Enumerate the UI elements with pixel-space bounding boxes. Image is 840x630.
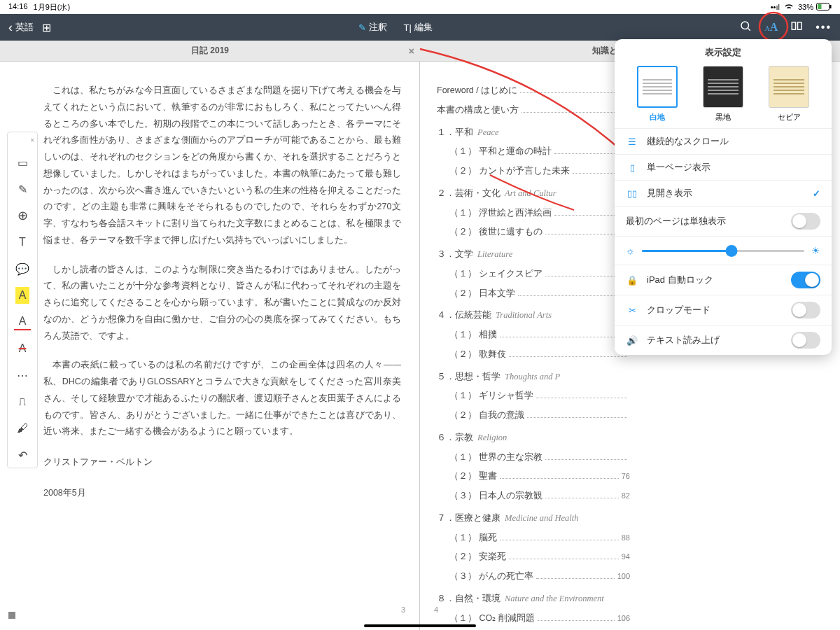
toc-entry: （１） 脳死88 <box>437 530 630 547</box>
theme-white[interactable]: 白地 <box>637 66 678 122</box>
undo-icon[interactable]: ↶ <box>14 447 31 463</box>
toggle-crop[interactable] <box>791 302 820 318</box>
font-size-icon[interactable]: AA <box>764 21 778 34</box>
row-first-alone[interactable]: 最初のページは単独表示 <box>615 206 832 236</box>
left-page: これは、私たちがみな今日直面しているさまざまな問題を掘り下げて考える機会を与えて… <box>0 62 420 630</box>
lock-icon: 🔒 <box>626 274 638 286</box>
toc-chapter: ６．宗教Religion <box>437 430 630 447</box>
tab-label: 日記 2019 <box>191 45 229 57</box>
display-settings-popover: 表示設定 白地 黒地 セピア ☰ 継続的なスクロール ▯ 単一ページ表示 ▯▯ … <box>615 39 832 355</box>
row-crop[interactable]: ✂ クロップモード <box>615 295 832 325</box>
stamp-icon[interactable]: ⎍ <box>14 393 31 410</box>
theme-black[interactable]: 黒地 <box>703 66 743 122</box>
row-label: 継続的なスクロール <box>647 135 729 148</box>
spread-icon: ▯▯ <box>626 187 638 200</box>
toc-entry: （１） ギリシャ哲学 <box>437 388 630 405</box>
row-label: iPad 自動ロック <box>647 274 713 286</box>
toggle-autolock[interactable] <box>791 272 820 288</box>
speech-icon[interactable]: 💬 <box>14 260 31 277</box>
more-icon[interactable]: ••• <box>816 21 832 34</box>
edit-button[interactable]: T| 編集 <box>404 21 433 34</box>
strikethrough-icon[interactable]: A <box>14 340 31 357</box>
toc-entry: （２） 聖書76 <box>437 468 630 485</box>
annotate-button[interactable]: ✎ 注釈 <box>358 21 387 34</box>
search-icon[interactable] <box>739 20 752 35</box>
row-label: 見開き表示 <box>647 187 692 200</box>
speaker-icon: 🔊 <box>626 334 638 346</box>
signal-icon: ••ıl <box>771 3 780 11</box>
close-toolbar-icon[interactable]: × <box>30 136 34 144</box>
corner-indicator <box>8 612 15 619</box>
brightness-slider-row: ☼ ☀ <box>615 236 832 265</box>
svg-rect-1 <box>818 4 822 9</box>
text-tool-icon[interactable]: T <box>14 234 31 251</box>
toc-chapter: ４．伝統芸能Traditional Arts <box>437 307 630 324</box>
toc-chapter: ７．医療と健康Medicine and Health <box>437 510 630 527</box>
home-indicator[interactable] <box>364 624 476 627</box>
signature-date: 2008年5月 <box>43 485 401 502</box>
row-spread[interactable]: ▯▯ 見開き表示 ✓ <box>615 180 832 206</box>
theme-sepia[interactable]: セピア <box>769 66 809 122</box>
pen-icon[interactable]: ✎ <box>14 181 31 197</box>
book-icon[interactable] <box>790 20 803 35</box>
text-cursor-icon: T| <box>404 22 412 33</box>
wifi-icon <box>783 0 795 14</box>
toc-chapter: ２．芸術・文化Art and Cultur <box>437 186 630 202</box>
chevron-left-icon: ‹ <box>8 20 13 35</box>
svg-point-3 <box>741 22 749 29</box>
body-paragraph: しかし読者の皆さんは、このような制限に突き当たるわけではありません。したがって、… <box>43 262 401 345</box>
toc-entry: （２） カントが予言した未来 <box>437 163 630 180</box>
page-number: 3 <box>401 603 405 617</box>
close-icon[interactable]: × <box>409 46 414 57</box>
toc-entry: （１） 浮世絵と西洋絵画 <box>437 205 630 222</box>
row-label: クロップモード <box>647 304 710 316</box>
row-label: テキスト読み上げ <box>647 334 720 346</box>
toc-entry: （１） シェイクスピア <box>437 266 630 283</box>
back-button[interactable]: ‹ 英語 <box>8 20 34 35</box>
highlight-icon[interactable]: A <box>15 287 29 304</box>
brush-icon[interactable]: 🖌 <box>14 420 31 437</box>
page-number: 4 <box>434 603 438 617</box>
comment-icon[interactable]: ⋯ <box>14 367 31 384</box>
popover-title: 表示設定 <box>615 39 832 63</box>
toc-entry: （３） がんの死亡率100 <box>437 568 630 585</box>
battery-pct: 33% <box>798 3 813 11</box>
row-label: 単一ページ表示 <box>647 161 710 174</box>
zoom-icon[interactable]: ⊕ <box>14 207 31 224</box>
toggle-tts[interactable] <box>791 332 820 349</box>
back-label: 英語 <box>15 21 34 34</box>
signature-name: クリストファー・ベルトン <box>43 454 401 471</box>
toc-entry: （３） 日本人の宗教観82 <box>437 488 630 505</box>
toc-chapter: ８．自然・環境Nature and the Environment <box>437 591 630 608</box>
theme-label: 白地 <box>650 112 665 122</box>
row-autolock[interactable]: 🔒 iPad 自動ロック <box>615 265 832 295</box>
toc-entry: （２） 後世に遺すもの <box>437 224 630 241</box>
row-tts[interactable]: 🔊 テキスト読み上げ <box>615 325 832 355</box>
single-page-icon: ▯ <box>626 161 638 174</box>
marquee-icon[interactable]: ▭ <box>14 154 31 171</box>
pencil-icon: ✎ <box>358 22 366 33</box>
status-bar: 14:16 1月9日(水) ••ıl 33% <box>0 0 840 14</box>
toc-entry: （２） 日本文学 <box>437 286 630 302</box>
toc-foreword: Foreword / はじめに <box>437 83 517 99</box>
toc-chapter: ３．文学Literature <box>437 246 630 263</box>
row-label: 最初のページは単独表示 <box>626 215 726 227</box>
toc-structure: 本書の構成と使い方 <box>437 102 519 119</box>
toggle-first-alone[interactable] <box>791 213 820 230</box>
tab-diary[interactable]: 日記 2019 × <box>0 41 420 61</box>
brightness-slider[interactable] <box>642 250 804 252</box>
brightness-high-icon: ☀ <box>811 245 820 256</box>
brightness-low-icon: ☼ <box>626 245 635 256</box>
body-paragraph: これは、私たちがみな今日直面しているさまざまな問題を掘り下げて考える機会を与えて… <box>43 83 401 249</box>
row-single-page[interactable]: ▯ 単一ページ表示 <box>615 154 832 180</box>
toc-entry: （１） 世界の主な宗教 <box>437 449 630 466</box>
toc-chapter: １．平和Peace <box>437 125 630 141</box>
toc-chapter: ５．思想・哲学Thoughts and P <box>437 369 630 386</box>
svg-rect-2 <box>830 5 832 8</box>
row-continuous-scroll[interactable]: ☰ 継続的なスクロール <box>615 128 832 154</box>
toc-entry: （２） 自我の意識 <box>437 407 630 424</box>
body-paragraph: 本書の表紙に載っているのは私の名前だけですが、この企画全体は四名の人々――私、D… <box>43 357 401 440</box>
underline-icon[interactable]: A <box>14 314 31 330</box>
grid-icon[interactable]: ⊞ <box>42 21 51 34</box>
status-date: 1月9日(水) <box>34 2 71 13</box>
